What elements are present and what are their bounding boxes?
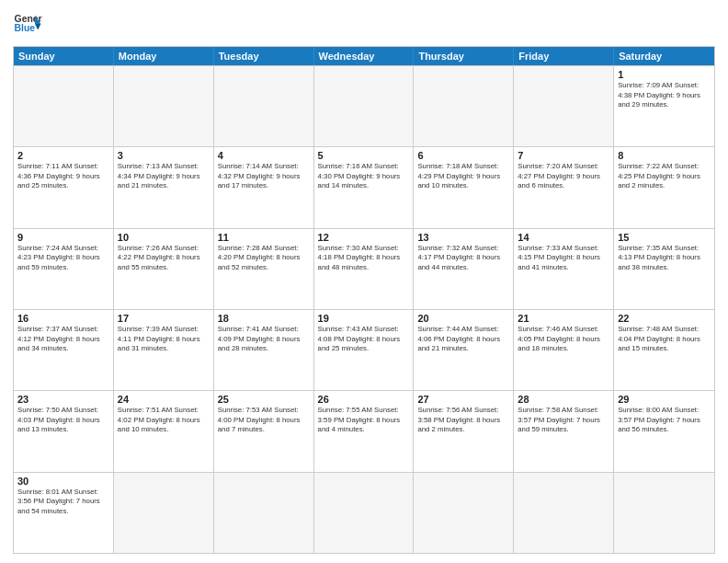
calendar-row: 9Sunrise: 7:24 AM Sunset: 4:23 PM Daylig… <box>14 228 714 309</box>
svg-marker-3 <box>35 24 40 29</box>
cell-info: Sunrise: 7:30 AM Sunset: 4:18 PM Dayligh… <box>318 244 410 273</box>
calendar-row: 23Sunrise: 7:50 AM Sunset: 4:03 PM Dayli… <box>14 390 714 471</box>
cell-info: Sunrise: 7:26 AM Sunset: 4:22 PM Dayligh… <box>118 244 210 273</box>
cell-info: Sunrise: 7:50 AM Sunset: 4:03 PM Dayligh… <box>17 406 109 435</box>
calendar-cell: 6Sunrise: 7:18 AM Sunset: 4:29 PM Daylig… <box>414 147 514 227</box>
day-number: 19 <box>318 313 410 324</box>
day-number: 27 <box>417 394 509 405</box>
day-number: 28 <box>518 394 609 405</box>
calendar-cell: 2Sunrise: 7:11 AM Sunset: 4:36 PM Daylig… <box>14 147 114 227</box>
cell-info: Sunrise: 7:13 AM Sunset: 4:34 PM Dayligh… <box>118 162 210 191</box>
logo: General Blue <box>13 9 42 39</box>
calendar-cell: 5Sunrise: 7:16 AM Sunset: 4:30 PM Daylig… <box>314 147 415 227</box>
weekday-header: Monday <box>114 47 214 65</box>
cell-info: Sunrise: 7:35 AM Sunset: 4:13 PM Dayligh… <box>618 244 711 273</box>
cell-info: Sunrise: 7:55 AM Sunset: 3:59 PM Dayligh… <box>318 406 410 435</box>
calendar-cell: 20Sunrise: 7:44 AM Sunset: 4:06 PM Dayli… <box>414 310 514 390</box>
calendar-cell: 23Sunrise: 7:50 AM Sunset: 4:03 PM Dayli… <box>14 391 114 471</box>
cell-info: Sunrise: 7:22 AM Sunset: 4:25 PM Dayligh… <box>618 162 711 191</box>
calendar: SundayMondayTuesdayWednesdayThursdayFrid… <box>13 46 715 554</box>
cell-info: Sunrise: 8:01 AM Sunset: 3:56 PM Dayligh… <box>17 488 109 517</box>
day-number: 6 <box>417 150 509 161</box>
calendar-cell <box>114 473 214 553</box>
cell-info: Sunrise: 7:14 AM Sunset: 4:32 PM Dayligh… <box>218 162 310 191</box>
cell-info: Sunrise: 7:09 AM Sunset: 4:38 PM Dayligh… <box>618 81 711 110</box>
calendar-cell: 9Sunrise: 7:24 AM Sunset: 4:23 PM Daylig… <box>14 229 114 309</box>
calendar-cell: 27Sunrise: 7:56 AM Sunset: 3:58 PM Dayli… <box>414 391 514 471</box>
day-number: 2 <box>17 150 109 161</box>
calendar-cell: 28Sunrise: 7:58 AM Sunset: 3:57 PM Dayli… <box>514 391 614 471</box>
calendar-cell <box>214 66 314 146</box>
calendar-cell: 22Sunrise: 7:48 AM Sunset: 4:04 PM Dayli… <box>614 310 714 390</box>
day-number: 12 <box>318 232 410 243</box>
day-number: 30 <box>17 476 109 487</box>
calendar-cell <box>514 473 614 553</box>
calendar-cell: 10Sunrise: 7:26 AM Sunset: 4:22 PM Dayli… <box>114 229 214 309</box>
calendar-cell: 1Sunrise: 7:09 AM Sunset: 4:38 PM Daylig… <box>614 66 714 146</box>
svg-text:Blue: Blue <box>15 23 36 33</box>
calendar-cell: 11Sunrise: 7:28 AM Sunset: 4:20 PM Dayli… <box>214 229 314 309</box>
calendar-cell <box>314 66 415 146</box>
calendar-cell: 29Sunrise: 8:00 AM Sunset: 3:57 PM Dayli… <box>614 391 714 471</box>
calendar-row: 1Sunrise: 7:09 AM Sunset: 4:38 PM Daylig… <box>14 65 714 146</box>
calendar-cell <box>414 473 514 553</box>
calendar-cell: 19Sunrise: 7:43 AM Sunset: 4:08 PM Dayli… <box>314 310 415 390</box>
weekday-header: Sunday <box>14 47 114 65</box>
day-number: 23 <box>17 394 109 405</box>
cell-info: Sunrise: 7:43 AM Sunset: 4:08 PM Dayligh… <box>318 325 410 354</box>
day-number: 9 <box>17 232 109 243</box>
calendar-cell: 25Sunrise: 7:53 AM Sunset: 4:00 PM Dayli… <box>214 391 314 471</box>
cell-info: Sunrise: 7:37 AM Sunset: 4:12 PM Dayligh… <box>17 325 109 354</box>
day-number: 5 <box>318 150 410 161</box>
header: General Blue <box>13 9 715 39</box>
cell-info: Sunrise: 7:39 AM Sunset: 4:11 PM Dayligh… <box>118 325 210 354</box>
cell-info: Sunrise: 7:51 AM Sunset: 4:02 PM Dayligh… <box>118 406 210 435</box>
calendar-cell: 18Sunrise: 7:41 AM Sunset: 4:09 PM Dayli… <box>214 310 314 390</box>
day-number: 29 <box>618 394 711 405</box>
calendar-cell <box>414 66 514 146</box>
cell-info: Sunrise: 7:41 AM Sunset: 4:09 PM Dayligh… <box>218 325 310 354</box>
cell-info: Sunrise: 7:32 AM Sunset: 4:17 PM Dayligh… <box>417 244 509 273</box>
calendar-cell: 30Sunrise: 8:01 AM Sunset: 3:56 PM Dayli… <box>14 473 114 553</box>
day-number: 25 <box>218 394 310 405</box>
cell-info: Sunrise: 7:18 AM Sunset: 4:29 PM Dayligh… <box>417 162 509 191</box>
calendar-cell: 26Sunrise: 7:55 AM Sunset: 3:59 PM Dayli… <box>314 391 415 471</box>
calendar-cell: 8Sunrise: 7:22 AM Sunset: 4:25 PM Daylig… <box>614 147 714 227</box>
day-number: 18 <box>218 313 310 324</box>
day-number: 21 <box>518 313 609 324</box>
weekday-header: Tuesday <box>214 47 314 65</box>
calendar-cell: 13Sunrise: 7:32 AM Sunset: 4:17 PM Dayli… <box>414 229 514 309</box>
weekday-header: Friday <box>514 47 614 65</box>
calendar-row: 2Sunrise: 7:11 AM Sunset: 4:36 PM Daylig… <box>14 146 714 227</box>
day-number: 4 <box>218 150 310 161</box>
day-number: 8 <box>618 150 711 161</box>
calendar-cell: 12Sunrise: 7:30 AM Sunset: 4:18 PM Dayli… <box>314 229 415 309</box>
calendar-cell: 3Sunrise: 7:13 AM Sunset: 4:34 PM Daylig… <box>114 147 214 227</box>
calendar-cell: 16Sunrise: 7:37 AM Sunset: 4:12 PM Dayli… <box>14 310 114 390</box>
calendar-cell <box>14 66 114 146</box>
calendar-row: 30Sunrise: 8:01 AM Sunset: 3:56 PM Dayli… <box>14 472 714 553</box>
day-number: 15 <box>618 232 711 243</box>
weekday-header: Thursday <box>414 47 514 65</box>
day-number: 22 <box>618 313 711 324</box>
calendar-cell <box>114 66 214 146</box>
day-number: 17 <box>118 313 210 324</box>
calendar-cell: 21Sunrise: 7:46 AM Sunset: 4:05 PM Dayli… <box>514 310 614 390</box>
logo-icon: General Blue <box>13 9 42 39</box>
calendar-cell: 4Sunrise: 7:14 AM Sunset: 4:32 PM Daylig… <box>214 147 314 227</box>
calendar-cell: 7Sunrise: 7:20 AM Sunset: 4:27 PM Daylig… <box>514 147 614 227</box>
day-number: 10 <box>118 232 210 243</box>
calendar-cell <box>214 473 314 553</box>
calendar-cell <box>514 66 614 146</box>
day-number: 14 <box>518 232 609 243</box>
cell-info: Sunrise: 7:33 AM Sunset: 4:15 PM Dayligh… <box>518 244 609 273</box>
cell-info: Sunrise: 7:24 AM Sunset: 4:23 PM Dayligh… <box>17 244 109 273</box>
day-number: 16 <box>17 313 109 324</box>
weekday-header: Wednesday <box>314 47 415 65</box>
cell-info: Sunrise: 7:16 AM Sunset: 4:30 PM Dayligh… <box>318 162 410 191</box>
calendar-cell: 15Sunrise: 7:35 AM Sunset: 4:13 PM Dayli… <box>614 229 714 309</box>
cell-info: Sunrise: 7:44 AM Sunset: 4:06 PM Dayligh… <box>417 325 509 354</box>
cell-info: Sunrise: 7:58 AM Sunset: 3:57 PM Dayligh… <box>518 406 609 435</box>
calendar-header: SundayMondayTuesdayWednesdayThursdayFrid… <box>14 47 714 65</box>
day-number: 11 <box>218 232 310 243</box>
